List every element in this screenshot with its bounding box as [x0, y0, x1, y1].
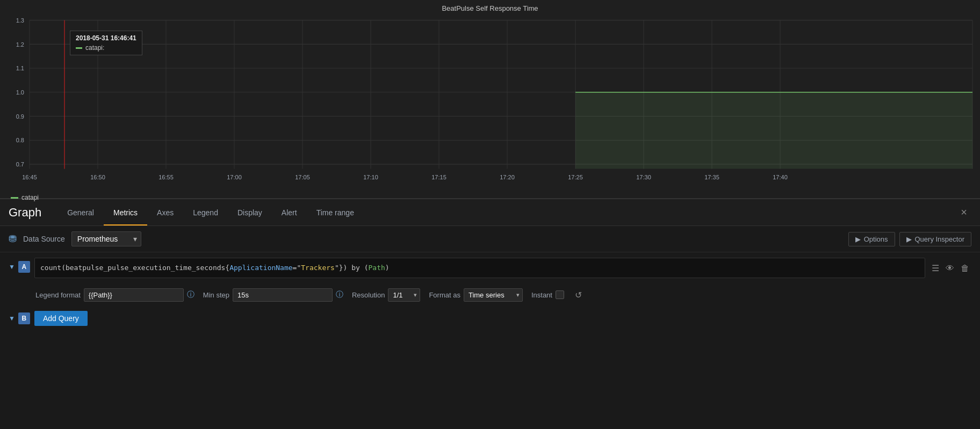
expr-part-5: "}) by (	[335, 264, 369, 272]
tab-general[interactable]: General	[57, 201, 104, 226]
svg-text:17:40: 17:40	[773, 173, 788, 180]
svg-text:16:45: 16:45	[22, 173, 37, 180]
query-inspector-label: Query Inspector	[915, 235, 965, 243]
query-delete-button-a[interactable]: 🗑	[959, 261, 971, 275]
datasource-label: Data Source	[23, 235, 65, 243]
svg-text:16:50: 16:50	[90, 173, 105, 180]
legend-format-label: Legend format	[35, 291, 81, 299]
format-as-label: Format as	[429, 291, 460, 299]
svg-text:1.0: 1.0	[16, 89, 24, 96]
collapse-arrow-b[interactable]: ▼	[9, 315, 15, 322]
format-as-select[interactable]: Time series Table Heatmap	[464, 288, 523, 302]
datasource-section: ⛃ Data Source Prometheus ▶ Options ▶ Que…	[0, 226, 980, 252]
expr-part-2: ApplicationName	[229, 264, 292, 272]
svg-text:0.7: 0.7	[16, 161, 24, 168]
tab-time-range[interactable]: Time range	[307, 201, 364, 226]
legend-format-info-icon: ⓘ	[187, 290, 194, 300]
svg-text:17:35: 17:35	[704, 173, 719, 180]
query-badge-a: A	[18, 261, 30, 273]
chart-container: BeatPulse Self Response Time 1.3 1.2 1.1…	[0, 0, 980, 199]
svg-text:1.2: 1.2	[16, 41, 24, 47]
min-step-info-icon: ⓘ	[336, 290, 343, 300]
expr-part-4: Trackers	[301, 264, 335, 272]
panel-editor: Graph General Metrics Axes Legend Displa…	[0, 199, 980, 330]
svg-text:17:20: 17:20	[500, 173, 515, 180]
collapse-arrow-a[interactable]: ▼	[9, 263, 15, 271]
svg-text:17:30: 17:30	[636, 173, 651, 180]
tab-metrics[interactable]: Metrics	[104, 201, 147, 226]
query-refresh-button[interactable]: ↺	[573, 288, 584, 302]
min-step-input[interactable]	[233, 288, 333, 302]
expr-part-3: ="	[293, 264, 301, 272]
close-panel-button[interactable]: ×	[956, 204, 971, 221]
expr-part-7: )	[385, 264, 390, 272]
add-query-label-area: ▼ B	[9, 312, 30, 324]
database-icon: ⛃	[9, 233, 17, 245]
chart-title: BeatPulse Self Response Time	[0, 0, 980, 14]
resolution-label: Resolution	[352, 291, 385, 299]
min-step-label: Min step	[203, 291, 229, 299]
svg-text:17:15: 17:15	[431, 173, 446, 180]
add-query-button[interactable]: Add Query	[34, 311, 88, 326]
query-hide-button-a[interactable]: 👁	[943, 261, 956, 275]
options-label: Options	[864, 235, 888, 243]
tab-axes[interactable]: Axes	[147, 201, 183, 226]
resolution-select-wrapper: 1/1 1/2 1/3 1/4 1/5 1/10	[388, 288, 420, 302]
instant-group: Instant	[531, 290, 564, 299]
tab-alert[interactable]: Alert	[272, 201, 307, 226]
format-as-group: Format as Time series Table Heatmap	[429, 288, 523, 302]
tab-display[interactable]: Display	[228, 201, 272, 226]
datasource-select[interactable]: Prometheus	[71, 231, 141, 246]
instant-checkbox[interactable]	[556, 290, 564, 299]
query-inner-a: ▼ A count(beatpulse_pulse_execution_time…	[9, 258, 971, 278]
panel-title: Graph	[9, 206, 41, 220]
svg-text:17:10: 17:10	[363, 173, 378, 180]
options-arrow-icon: ▶	[855, 235, 861, 243]
query-inspector-button[interactable]: ▶ Query Inspector	[899, 232, 972, 246]
svg-text:17:00: 17:00	[227, 173, 242, 180]
datasource-row: ⛃ Data Source Prometheus ▶ Options ▶ Que…	[9, 231, 971, 246]
query-options-row-a: Legend format ⓘ Min step ⓘ Resolution 1/…	[0, 283, 980, 307]
resolution-select[interactable]: 1/1 1/2 1/3 1/4 1/5 1/10	[388, 288, 420, 302]
query-menu-button-a[interactable]: ☰	[929, 261, 941, 275]
query-badge-b: B	[18, 312, 30, 324]
right-buttons: ▶ Options ▶ Query Inspector	[848, 232, 971, 246]
query-label-area-a: ▼ A	[9, 261, 30, 273]
options-button[interactable]: ▶ Options	[848, 232, 895, 246]
resolution-group: Resolution 1/1 1/2 1/3 1/4 1/5 1/10	[352, 288, 420, 302]
instant-label: Instant	[531, 291, 552, 299]
format-as-select-wrapper: Time series Table Heatmap	[464, 288, 523, 302]
query-actions-a: ☰ 👁 🗑	[929, 261, 971, 275]
expr-part-1: count(beatpulse_pulse_execution_time_sec…	[40, 264, 229, 272]
svg-text:16:55: 16:55	[158, 173, 174, 180]
svg-text:1.1: 1.1	[16, 65, 24, 71]
svg-rect-39	[575, 92, 972, 169]
svg-text:17:25: 17:25	[568, 173, 583, 180]
svg-text:0.9: 0.9	[16, 113, 24, 119]
chart-area: 1.3 1.2 1.1 1.0 0.9 0.8 0.7 16:45 16:50	[0, 14, 980, 192]
legend-format-input[interactable]	[84, 288, 184, 302]
query-expression-a[interactable]: count(beatpulse_pulse_execution_time_sec…	[34, 258, 925, 278]
add-query-row: ▼ B Add Query	[0, 307, 980, 330]
chart-svg: 1.3 1.2 1.1 1.0 0.9 0.8 0.7 16:45 16:50	[0, 14, 980, 192]
datasource-select-wrapper: Prometheus	[71, 231, 141, 246]
legend-color-swatch	[11, 197, 18, 199]
svg-text:0.8: 0.8	[16, 137, 24, 143]
svg-text:17:05: 17:05	[295, 173, 310, 180]
inspector-arrow-icon: ▶	[906, 235, 912, 243]
legend-format-group: Legend format ⓘ	[35, 288, 194, 302]
expr-part-6: Path	[369, 264, 385, 272]
svg-text:1.3: 1.3	[16, 17, 24, 24]
legend-label: catapi	[21, 194, 39, 201]
query-row-a: ▼ A count(beatpulse_pulse_execution_time…	[0, 252, 980, 283]
min-step-group: Min step ⓘ	[203, 288, 343, 302]
tab-legend[interactable]: Legend	[183, 201, 228, 226]
